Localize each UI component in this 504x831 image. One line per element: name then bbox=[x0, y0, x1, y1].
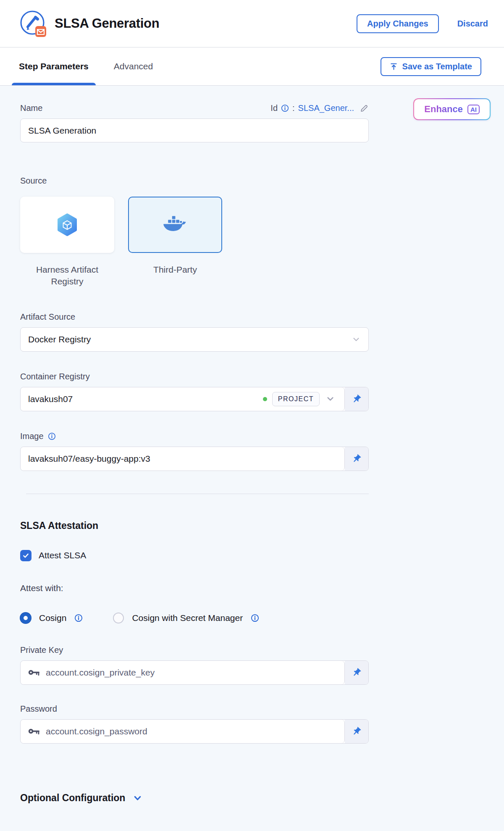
enhance-ai-button[interactable]: Enhance AI bbox=[413, 98, 491, 120]
source-card-third-party[interactable] bbox=[128, 197, 222, 253]
pin-icon[interactable] bbox=[345, 387, 368, 411]
source-option-label: Harness Artifact Registry bbox=[20, 264, 114, 288]
image-info-icon[interactable] bbox=[48, 432, 56, 440]
id-label: Id bbox=[270, 103, 278, 113]
radio-secret-manager-label: Cosign with Secret Manager bbox=[132, 613, 243, 623]
radio-cosign-label: Cosign bbox=[39, 613, 66, 623]
scope-badge[interactable]: PROJECT bbox=[272, 392, 320, 406]
name-label: Name bbox=[20, 103, 42, 113]
tab-step-parameters[interactable]: Step Parameters bbox=[12, 47, 96, 85]
edit-id-pencil-icon[interactable] bbox=[360, 104, 369, 113]
id-separator: : bbox=[292, 103, 295, 113]
private-key-input[interactable]: account.cosign_private_key bbox=[21, 661, 345, 684]
radio-cosign-with-secret-manager[interactable] bbox=[113, 613, 124, 623]
id-cluster: Id : SLSA_Gener... bbox=[270, 103, 369, 113]
optional-configuration-toggle[interactable]: Optional Configuration bbox=[20, 792, 369, 804]
chevron-down-icon[interactable] bbox=[326, 394, 335, 404]
source-option-label: Third-Party bbox=[128, 264, 222, 288]
panel-header: SLSA Generation Apply Changes Discard bbox=[0, 0, 504, 47]
artifact-registry-cube-icon bbox=[55, 213, 79, 237]
image-field: lavaksuh07/easy-buggy-app:v3 bbox=[20, 447, 369, 471]
id-info-icon[interactable] bbox=[281, 104, 289, 112]
artifact-source-label: Artifact Source bbox=[20, 312, 369, 322]
name-input[interactable] bbox=[20, 118, 369, 142]
password-field: account.cosign_password bbox=[20, 719, 369, 744]
artifact-source-value: Docker Registry bbox=[28, 334, 352, 344]
attest-with-label: Attest with: bbox=[20, 583, 369, 593]
private-key-field: account.cosign_private_key bbox=[20, 660, 369, 685]
key-icon bbox=[28, 728, 40, 735]
artifact-source-select[interactable]: Docker Registry bbox=[20, 327, 369, 352]
step-parameters-panel: Enhance AI Name Id : SLSA_Gener... Sourc… bbox=[0, 86, 504, 831]
pin-icon[interactable] bbox=[345, 720, 368, 743]
private-key-value: account.cosign_private_key bbox=[46, 668, 338, 678]
attest-slsa-label: Attest SLSA bbox=[39, 550, 86, 560]
image-input[interactable]: lavaksuh07/easy-buggy-app:v3 bbox=[21, 447, 345, 471]
password-input[interactable]: account.cosign_password bbox=[21, 720, 345, 743]
enhance-label: Enhance bbox=[424, 104, 463, 115]
image-value: lavaksuh07/easy-buggy-app:v3 bbox=[28, 454, 338, 464]
password-value: account.cosign_password bbox=[46, 726, 338, 736]
container-registry-value: lavakush07 bbox=[28, 394, 263, 404]
attest-slsa-checkbox-row[interactable]: Attest SLSA bbox=[20, 550, 369, 561]
optional-configuration-label: Optional Configuration bbox=[20, 792, 125, 804]
slsa-step-icon bbox=[18, 8, 49, 39]
tabbar-spacer bbox=[160, 47, 380, 85]
slsa-attestation-heading: SLSA Attestation bbox=[20, 520, 369, 531]
password-label: Password bbox=[20, 704, 369, 714]
docker-whale-icon bbox=[163, 216, 187, 234]
secret-manager-info-icon[interactable] bbox=[251, 614, 259, 622]
tab-advanced-label: Advanced bbox=[114, 61, 153, 71]
image-label: Image bbox=[20, 431, 44, 441]
attest-slsa-checkbox[interactable] bbox=[20, 550, 32, 561]
page-title: SLSA Generation bbox=[55, 16, 159, 31]
section-divider bbox=[26, 494, 369, 494]
source-label: Source bbox=[20, 176, 369, 186]
private-key-label: Private Key bbox=[20, 645, 369, 655]
chevron-down-icon bbox=[352, 335, 361, 344]
tab-step-parameters-label: Step Parameters bbox=[19, 61, 89, 71]
cosign-info-icon[interactable] bbox=[74, 614, 83, 622]
attest-with-radio-group: Cosign Cosign with Secret Manager bbox=[20, 613, 369, 623]
save-as-template-label: Save as Template bbox=[402, 62, 472, 71]
pin-icon[interactable] bbox=[345, 661, 368, 684]
save-as-template-button[interactable]: Save as Template bbox=[381, 57, 481, 76]
tab-advanced[interactable]: Advanced bbox=[107, 47, 160, 85]
pin-icon[interactable] bbox=[345, 447, 368, 471]
container-registry-field: lavakush07 PROJECT bbox=[20, 387, 369, 411]
upload-icon bbox=[390, 63, 398, 71]
discard-button[interactable]: Discard bbox=[457, 19, 488, 29]
key-icon bbox=[28, 669, 40, 676]
step-id-value: SLSA_Gener... bbox=[298, 103, 354, 113]
connector-status-dot bbox=[263, 397, 267, 401]
container-registry-input[interactable]: lavakush07 PROJECT bbox=[21, 387, 345, 411]
source-card-harness-artifact-registry[interactable] bbox=[20, 197, 114, 253]
tab-bar: Step Parameters Advanced Save as Templat… bbox=[0, 47, 504, 86]
ai-badge: AI bbox=[467, 105, 480, 114]
container-registry-label: Container Registry bbox=[20, 372, 369, 381]
radio-cosign[interactable] bbox=[20, 613, 31, 623]
apply-changes-button[interactable]: Apply Changes bbox=[357, 14, 439, 33]
source-cards bbox=[20, 197, 369, 253]
chevron-down-icon bbox=[133, 793, 142, 803]
